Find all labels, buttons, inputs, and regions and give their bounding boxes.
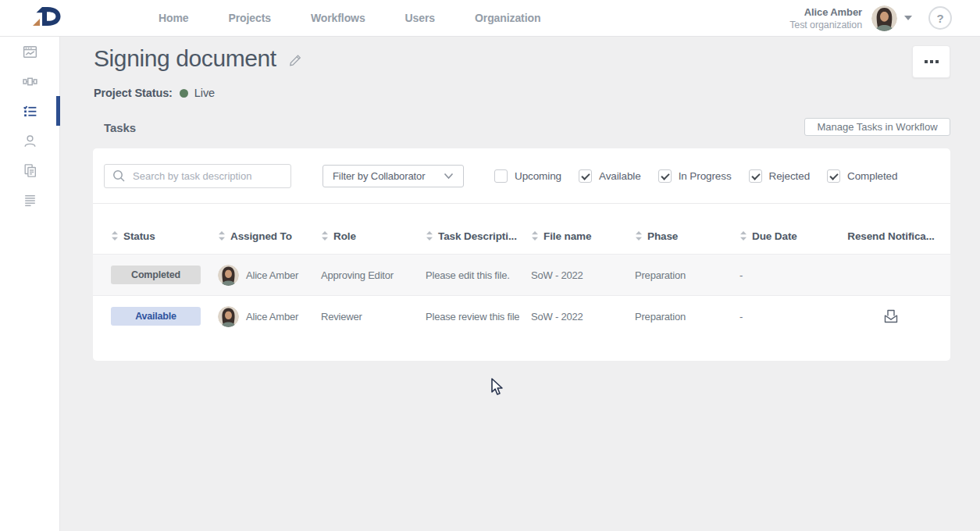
column-header-label: Task Descripti... [438,230,517,242]
checkbox-checked-icon[interactable] [579,169,592,183]
nav-item-workflows[interactable]: Workflows [311,12,365,24]
checkbox-checked-icon[interactable] [658,169,672,183]
more-options-button[interactable] [912,45,950,78]
column-header-resend-notifica: Resend Notifica... [832,230,950,242]
column-header-status[interactable]: Status [93,230,207,242]
assignee-name: Alice Amber [246,311,298,323]
project-status-value: Live [194,87,215,99]
collaborator-filter-dropdown[interactable]: Filter by Collaborator [323,165,464,187]
sidebar-item-workflows[interactable] [0,66,59,96]
table-row: CompletedAlice AmberApproving EditorPlea… [93,254,950,295]
sidebar-item-logs[interactable] [0,185,59,215]
column-header-label: Phase [647,230,678,242]
page-title-row: Signing document [94,45,302,72]
checkbox-unchecked-icon[interactable] [494,169,508,183]
file-name-cell: SoW - 2022 [519,255,625,295]
sidebar-item-dashboard[interactable] [0,37,59,66]
filter-checkbox-available[interactable]: Available [579,169,641,183]
sort-icon[interactable] [111,230,119,241]
column-header-assigned-to[interactable]: Assigned To [207,230,312,242]
nav-item-home[interactable]: Home [159,12,189,24]
nav-item-organization[interactable]: Organization [475,12,540,24]
filter-checkbox-label: In Progress [679,170,732,182]
sort-icon[interactable] [531,230,539,241]
due-date-cell: - [728,255,832,295]
column-header-role[interactable]: Role [312,230,414,242]
logo-icon [27,5,67,31]
filter-checkbox-completed[interactable]: Completed [827,169,897,183]
sort-icon[interactable] [739,230,747,241]
edit-title-icon[interactable] [288,53,302,67]
nav-item-projects[interactable]: Projects [229,12,271,24]
nav-item-users[interactable]: Users [405,12,435,24]
assigned-to-cell: Alice Amber [207,296,312,337]
task-description-cell: Please edit this file. [414,255,519,295]
sort-icon[interactable] [426,230,433,241]
resend-notification-cell [832,296,950,337]
column-header-label: Due Date [752,230,797,242]
due-date-cell: - [728,296,832,337]
app-logo[interactable] [27,5,67,31]
filter-checkbox-upcoming[interactable]: Upcoming [494,169,561,183]
sort-icon[interactable] [321,230,329,241]
column-header-file-name[interactable]: File name [519,230,625,242]
role-cell: Reviewer [312,296,414,337]
checkbox-checked-icon[interactable] [827,169,840,183]
filter-checkbox-label: Rejected [769,170,810,182]
table-row: AvailableAlice AmberReviewerPlease revie… [93,295,950,337]
assigned-to-cell: Alice Amber [207,255,312,295]
column-header-label: Status [123,230,155,242]
file-name-cell: SoW - 2022 [519,296,625,337]
top-nav: HomeProjectsWorkflowsUsersOrganization [159,12,540,24]
task-description-cell: Please review this file [414,296,519,337]
table-body: CompletedAlice AmberApproving EditorPlea… [93,254,950,337]
sidebar-item-documents[interactable] [0,155,59,185]
status-badge: Completed [111,266,201,284]
status-dot-icon [180,89,188,98]
user-area: Alice Amber Test organization ? [789,5,952,31]
search-box [104,164,291,188]
column-header-phase[interactable]: Phase [625,230,728,242]
status-badge: Available [111,307,201,326]
user-avatar[interactable] [871,5,897,31]
project-status-label: Project Status: [94,87,173,99]
sort-icon[interactable] [635,230,643,241]
help-button[interactable]: ? [928,6,952,30]
resend-notification-icon[interactable] [882,308,900,325]
ellipsis-icon [925,60,928,63]
column-header-due-date[interactable]: Due Date [728,230,832,242]
sidebar-item-tasks[interactable] [0,96,59,126]
tasks-panel: Filter by Collaborator UpcomingAvailable… [93,148,950,361]
phase-cell: Preparation [625,296,728,337]
sort-icon[interactable] [218,230,226,241]
sidebar-item-users[interactable] [0,126,59,155]
task-search-input[interactable] [131,169,283,183]
assignee-avatar [218,265,239,286]
filter-checkbox-label: Completed [847,170,897,182]
tasks-section-title: Tasks [104,121,136,134]
chevron-down-icon[interactable] [904,16,912,20]
collaborator-filter-label: Filter by Collaborator [333,170,425,182]
dashboard-icon [22,44,38,60]
column-header-label: Role [333,230,356,242]
checkbox-checked-icon[interactable] [749,169,762,183]
page-title: Signing document [94,45,276,72]
column-header-label: File name [543,230,591,242]
status-filter-group: UpcomingAvailableIn ProgressRejectedComp… [494,169,897,183]
user-name: Alice Amber [789,6,862,18]
chevron-down-icon [444,173,454,180]
manage-tasks-button[interactable]: Manage Tasks in Workflow [804,118,950,136]
column-header-task-descripti[interactable]: Task Descripti... [414,230,519,242]
filter-checkbox-label: Upcoming [515,170,561,182]
filter-checkbox-rejected[interactable]: Rejected [749,169,810,183]
filter-checkbox-in-progress[interactable]: In Progress [658,169,732,183]
top-bar: HomeProjectsWorkflowsUsersOrganization A… [0,0,980,37]
list-icon [22,192,38,208]
user-info[interactable]: Alice Amber Test organization [789,6,862,30]
table-header-row: StatusAssigned ToRoleTask Descripti...Fi… [93,204,950,254]
documents-icon [22,162,38,179]
tasks-icon [22,103,38,119]
user-organization: Test organization [789,20,862,30]
phase-cell: Preparation [625,255,728,295]
assignee-avatar [218,306,239,327]
